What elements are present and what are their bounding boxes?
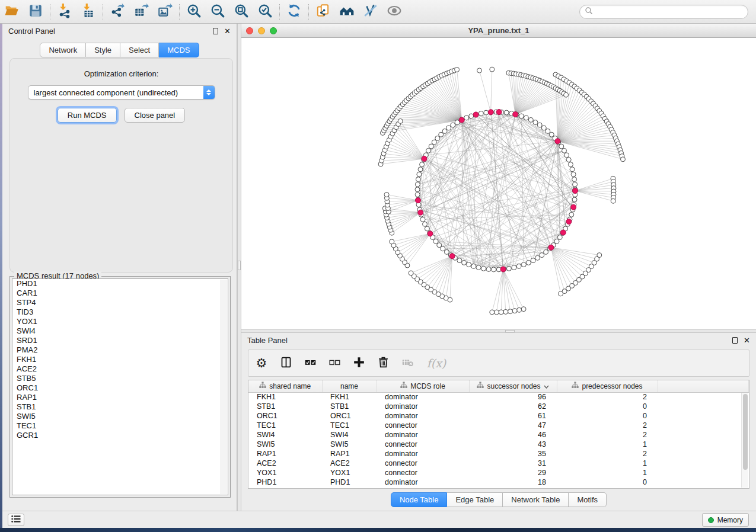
mcds-result-item[interactable]: SWI4 [12, 326, 228, 336]
network-node[interactable] [384, 193, 389, 197]
mcds-result-item[interactable]: YOX1 [12, 317, 228, 326]
network-node[interactable] [568, 162, 573, 167]
network-node[interactable] [469, 114, 474, 118]
network-node[interactable] [512, 309, 517, 313]
mcds-result-item[interactable]: RAP1 [12, 393, 228, 402]
network-node[interactable] [521, 262, 526, 267]
splitter-handle[interactable] [238, 261, 241, 270]
table-scrollbar[interactable] [741, 393, 748, 488]
network-hub-node[interactable] [571, 204, 576, 210]
network-node[interactable] [432, 140, 436, 145]
table-row[interactable]: ACE2ACE2connector311 [248, 459, 749, 468]
network-node[interactable] [526, 260, 531, 265]
table-settings-button[interactable]: ⚙ [254, 356, 269, 370]
network-node[interactable] [479, 111, 483, 116]
network-hub-node[interactable] [428, 231, 433, 236]
network-node[interactable] [512, 265, 516, 270]
network-hub-node[interactable] [573, 188, 578, 194]
network-hub-node[interactable] [449, 254, 455, 259]
network-node[interactable] [464, 116, 469, 120]
network-node[interactable] [524, 116, 528, 120]
network-hub-node[interactable] [416, 198, 421, 203]
zoom-in-button[interactable] [182, 2, 206, 22]
network-node[interactable] [541, 126, 546, 130]
optimization-criterion-dropdown[interactable]: largest connected component (undirected) [28, 85, 215, 100]
network-node[interactable] [504, 110, 509, 115]
network-node[interactable] [409, 271, 413, 275]
network-canvas[interactable] [241, 38, 756, 329]
run-mcds-button[interactable]: Run MCDS [58, 108, 117, 123]
mcds-result-item[interactable]: CAR1 [12, 289, 228, 298]
vision-slash-button[interactable] [359, 2, 382, 22]
column-header-successor-nodes[interactable]: successor nodes [469, 380, 557, 392]
network-node[interactable] [415, 187, 420, 192]
network-node[interactable] [566, 158, 571, 162]
network-node[interactable] [444, 249, 449, 254]
network-node[interactable] [521, 307, 526, 312]
list-scrollbar[interactable] [221, 280, 227, 494]
open-file-button[interactable] [0, 2, 24, 22]
memory-button[interactable]: Memory [702, 513, 749, 527]
network-node[interactable] [531, 258, 535, 263]
network-node[interactable] [546, 129, 550, 133]
search-box[interactable] [579, 5, 748, 19]
tab-mcds[interactable]: MCDS [159, 43, 199, 57]
network-node[interactable] [506, 266, 511, 271]
network-node[interactable] [477, 68, 482, 73]
network-node[interactable] [462, 260, 467, 265]
network-hub-node[interactable] [548, 245, 554, 250]
table-row[interactable]: PHD1PHD1dominator180 [248, 477, 749, 487]
network-node[interactable] [549, 132, 554, 137]
mcds-result-item[interactable]: TID3 [12, 307, 228, 317]
network-node[interactable] [439, 132, 444, 137]
tab-network[interactable]: Network [40, 43, 86, 57]
network-node[interactable] [495, 310, 499, 315]
network-node[interactable] [429, 144, 433, 149]
export-image-button[interactable] [153, 2, 177, 22]
network-node[interactable] [417, 172, 422, 177]
mcds-result-item[interactable]: PHD1 [12, 279, 228, 289]
network-node[interactable] [420, 162, 425, 167]
close-panel-icon[interactable]: ✕ [744, 336, 750, 344]
network-node[interactable] [564, 153, 569, 158]
network-hub-node[interactable] [496, 110, 502, 115]
network-hub-node[interactable] [488, 110, 493, 115]
network-node[interactable] [557, 235, 562, 240]
column-header-shared-name[interactable]: shared name [248, 380, 322, 392]
network-hub-node[interactable] [418, 210, 423, 215]
network-hub-node[interactable] [422, 156, 427, 161]
network-node[interactable] [425, 226, 429, 231]
network-node[interactable] [570, 167, 575, 172]
table-row[interactable]: SWI4SWI4dominator462 [248, 430, 749, 440]
network-node[interactable] [517, 307, 522, 312]
network-node[interactable] [562, 148, 567, 153]
network-node[interactable] [535, 255, 540, 260]
network-node[interactable] [537, 123, 542, 127]
mcds-result-list[interactable]: PHD1CAR1STP4TID3YOX1SWI4SRD1PMA2FKH1ACE2… [12, 278, 228, 495]
splitter-handle[interactable] [505, 330, 515, 332]
network-hub-node[interactable] [459, 117, 464, 123]
delete-table-button[interactable] [400, 356, 414, 370]
node-table-grid[interactable]: shared namenameMCDS rolesuccessor nodesp… [248, 380, 749, 487]
mcds-result-item[interactable]: ACE2 [12, 364, 228, 374]
network-hub-node[interactable] [473, 112, 479, 117]
network-graph[interactable] [241, 38, 756, 329]
mcds-result-item[interactable]: FKH1 [12, 355, 228, 364]
network-node[interactable] [457, 258, 462, 263]
show-columns-button[interactable] [279, 356, 293, 370]
network-node[interactable] [544, 249, 548, 254]
table-row[interactable]: RAP1RAP1dominator352 [248, 449, 749, 459]
network-node[interactable] [435, 136, 440, 140]
import-table-button[interactable] [76, 2, 100, 22]
table-row[interactable]: SWI5SWI5connector431 [248, 440, 749, 449]
tab-edge-table[interactable]: Edge Table [447, 492, 503, 507]
network-node[interactable] [503, 309, 508, 314]
network-node[interactable] [398, 118, 403, 123]
export-table-button[interactable] [129, 2, 153, 22]
zoom-out-button[interactable] [206, 2, 229, 22]
zoom-selected-button[interactable] [253, 2, 277, 22]
mcds-result-item[interactable]: STB1 [12, 402, 228, 412]
network-node[interactable] [481, 266, 486, 271]
select-all-columns-button[interactable] [303, 356, 317, 370]
import-network-button[interactable] [53, 2, 76, 22]
